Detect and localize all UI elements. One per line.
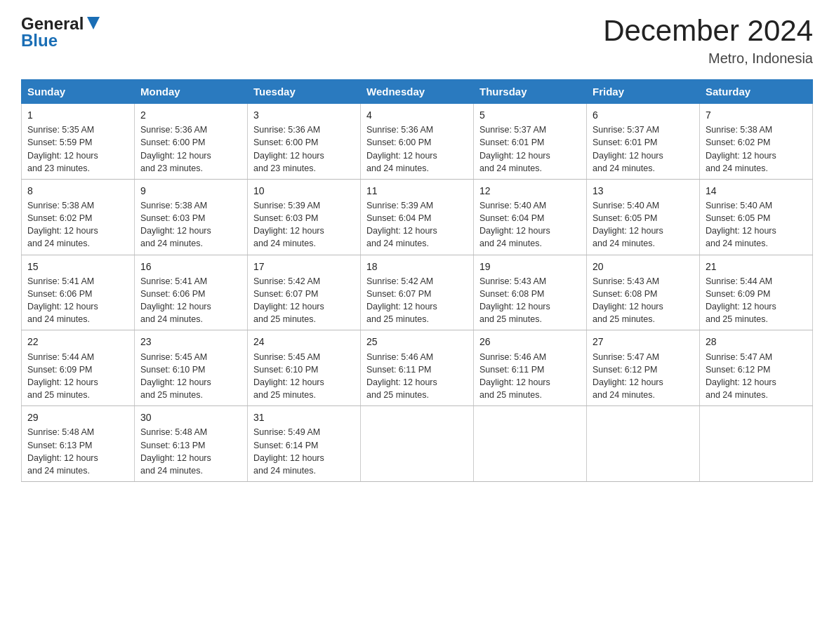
day-info: Sunrise: 5:47 AMSunset: 6:12 PMDaylight:… [706, 351, 807, 402]
calendar-week-row: 15 Sunrise: 5:41 AMSunset: 6:06 PMDaylig… [22, 255, 813, 330]
day-info: Sunrise: 5:45 AMSunset: 6:10 PMDaylight:… [253, 351, 355, 402]
day-number: 29 [27, 410, 128, 424]
table-row: 29 Sunrise: 5:48 AMSunset: 6:13 PMDaylig… [22, 406, 135, 482]
day-number: 9 [140, 184, 241, 198]
table-row: 24 Sunrise: 5:45 AMSunset: 6:10 PMDaylig… [248, 330, 361, 406]
day-number: 17 [253, 260, 355, 274]
day-info: Sunrise: 5:43 AMSunset: 6:08 PMDaylight:… [479, 275, 581, 326]
day-info: Sunrise: 5:47 AMSunset: 6:12 PMDaylight:… [593, 351, 694, 402]
day-number: 27 [593, 335, 694, 349]
day-number: 25 [366, 335, 468, 349]
day-number: 10 [253, 184, 355, 198]
day-info: Sunrise: 5:44 AMSunset: 6:09 PMDaylight:… [706, 275, 807, 326]
table-row: 8 Sunrise: 5:38 AMSunset: 6:02 PMDayligh… [22, 179, 135, 255]
logo-triangle-icon [87, 17, 100, 32]
table-row [587, 406, 700, 482]
table-row: 13 Sunrise: 5:40 AMSunset: 6:05 PMDaylig… [587, 179, 700, 255]
calendar-table: Sunday Monday Tuesday Wednesday Thursday… [21, 79, 813, 482]
page-title: December 2024 [603, 14, 813, 48]
day-number: 23 [140, 335, 241, 349]
day-number: 30 [140, 410, 241, 424]
day-info: Sunrise: 5:41 AMSunset: 6:06 PMDaylight:… [27, 275, 128, 326]
calendar-week-row: 29 Sunrise: 5:48 AMSunset: 6:13 PMDaylig… [22, 406, 813, 482]
col-saturday: Saturday [700, 80, 813, 104]
day-info: Sunrise: 5:40 AMSunset: 6:05 PMDaylight:… [706, 199, 807, 250]
day-info: Sunrise: 5:49 AMSunset: 6:14 PMDaylight:… [253, 426, 355, 477]
page-header: General Blue December 2024 Metro, Indone… [21, 14, 813, 67]
day-info: Sunrise: 5:42 AMSunset: 6:07 PMDaylight:… [253, 275, 355, 326]
table-row: 5 Sunrise: 5:37 AMSunset: 6:01 PMDayligh… [474, 104, 587, 180]
day-number: 15 [27, 260, 128, 274]
calendar-header-row: Sunday Monday Tuesday Wednesday Thursday… [22, 80, 813, 104]
table-row: 7 Sunrise: 5:38 AMSunset: 6:02 PMDayligh… [700, 104, 813, 180]
table-row: 27 Sunrise: 5:47 AMSunset: 6:12 PMDaylig… [587, 330, 700, 406]
table-row: 11 Sunrise: 5:39 AMSunset: 6:04 PMDaylig… [361, 179, 474, 255]
day-number: 31 [253, 410, 355, 424]
calendar-week-row: 22 Sunrise: 5:44 AMSunset: 6:09 PMDaylig… [22, 330, 813, 406]
day-number: 18 [366, 260, 468, 274]
day-number: 24 [253, 335, 355, 349]
day-info: Sunrise: 5:35 AMSunset: 5:59 PMDaylight:… [27, 123, 128, 175]
title-block: December 2024 Metro, Indonesia [603, 14, 813, 67]
table-row: 26 Sunrise: 5:46 AMSunset: 6:11 PMDaylig… [474, 330, 587, 406]
day-info: Sunrise: 5:40 AMSunset: 6:04 PMDaylight:… [479, 199, 581, 250]
day-info: Sunrise: 5:42 AMSunset: 6:07 PMDaylight:… [366, 275, 468, 326]
day-number: 13 [593, 184, 694, 198]
col-thursday: Thursday [474, 80, 587, 104]
col-friday: Friday [587, 80, 700, 104]
day-info: Sunrise: 5:38 AMSunset: 6:03 PMDaylight:… [140, 199, 241, 250]
day-info: Sunrise: 5:36 AMSunset: 6:00 PMDaylight:… [140, 123, 241, 175]
table-row [361, 406, 474, 482]
day-info: Sunrise: 5:39 AMSunset: 6:04 PMDaylight:… [366, 199, 468, 250]
day-number: 8 [27, 184, 128, 198]
day-number: 28 [706, 335, 807, 349]
day-number: 1 [27, 108, 128, 122]
day-info: Sunrise: 5:38 AMSunset: 6:02 PMDaylight:… [706, 123, 807, 175]
calendar-week-row: 1 Sunrise: 5:35 AMSunset: 5:59 PMDayligh… [22, 104, 813, 180]
table-row: 1 Sunrise: 5:35 AMSunset: 5:59 PMDayligh… [22, 104, 135, 180]
table-row: 28 Sunrise: 5:47 AMSunset: 6:12 PMDaylig… [700, 330, 813, 406]
table-row [700, 406, 813, 482]
table-row: 4 Sunrise: 5:36 AMSunset: 6:00 PMDayligh… [361, 104, 474, 180]
day-number: 3 [253, 108, 355, 122]
day-number: 5 [479, 108, 581, 122]
table-row: 30 Sunrise: 5:48 AMSunset: 6:13 PMDaylig… [135, 406, 248, 482]
calendar-week-row: 8 Sunrise: 5:38 AMSunset: 6:02 PMDayligh… [22, 179, 813, 255]
logo-blue-text: Blue [21, 31, 58, 51]
table-row: 22 Sunrise: 5:44 AMSunset: 6:09 PMDaylig… [22, 330, 135, 406]
day-info: Sunrise: 5:48 AMSunset: 6:13 PMDaylight:… [140, 426, 241, 477]
table-row: 25 Sunrise: 5:46 AMSunset: 6:11 PMDaylig… [361, 330, 474, 406]
table-row: 21 Sunrise: 5:44 AMSunset: 6:09 PMDaylig… [700, 255, 813, 330]
day-info: Sunrise: 5:44 AMSunset: 6:09 PMDaylight:… [27, 351, 128, 402]
day-number: 14 [706, 184, 807, 198]
table-row: 18 Sunrise: 5:42 AMSunset: 6:07 PMDaylig… [361, 255, 474, 330]
day-info: Sunrise: 5:48 AMSunset: 6:13 PMDaylight:… [27, 426, 128, 477]
day-number: 6 [593, 108, 694, 122]
day-info: Sunrise: 5:45 AMSunset: 6:10 PMDaylight:… [140, 351, 241, 402]
table-row: 14 Sunrise: 5:40 AMSunset: 6:05 PMDaylig… [700, 179, 813, 255]
col-monday: Monday [135, 80, 248, 104]
day-info: Sunrise: 5:37 AMSunset: 6:01 PMDaylight:… [593, 123, 694, 175]
table-row: 19 Sunrise: 5:43 AMSunset: 6:08 PMDaylig… [474, 255, 587, 330]
table-row: 6 Sunrise: 5:37 AMSunset: 6:01 PMDayligh… [587, 104, 700, 180]
day-info: Sunrise: 5:39 AMSunset: 6:03 PMDaylight:… [253, 199, 355, 250]
day-info: Sunrise: 5:38 AMSunset: 6:02 PMDaylight:… [27, 199, 128, 250]
day-info: Sunrise: 5:36 AMSunset: 6:00 PMDaylight:… [366, 123, 468, 175]
day-number: 26 [479, 335, 581, 349]
day-info: Sunrise: 5:36 AMSunset: 6:00 PMDaylight:… [253, 123, 355, 175]
table-row: 3 Sunrise: 5:36 AMSunset: 6:00 PMDayligh… [248, 104, 361, 180]
col-tuesday: Tuesday [248, 80, 361, 104]
day-number: 4 [366, 108, 468, 122]
day-number: 21 [706, 260, 807, 274]
day-info: Sunrise: 5:46 AMSunset: 6:11 PMDaylight:… [366, 351, 468, 402]
col-wednesday: Wednesday [361, 80, 474, 104]
svg-marker-0 [87, 17, 100, 29]
day-number: 2 [140, 108, 241, 122]
table-row: 10 Sunrise: 5:39 AMSunset: 6:03 PMDaylig… [248, 179, 361, 255]
table-row: 2 Sunrise: 5:36 AMSunset: 6:00 PMDayligh… [135, 104, 248, 180]
day-number: 19 [479, 260, 581, 274]
day-number: 12 [479, 184, 581, 198]
day-info: Sunrise: 5:41 AMSunset: 6:06 PMDaylight:… [140, 275, 241, 326]
day-info: Sunrise: 5:37 AMSunset: 6:01 PMDaylight:… [479, 123, 581, 175]
table-row: 9 Sunrise: 5:38 AMSunset: 6:03 PMDayligh… [135, 179, 248, 255]
